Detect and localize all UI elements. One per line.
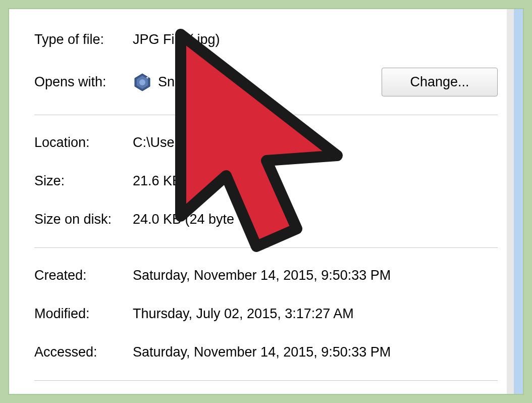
created-row: Created: Saturday, November 14, 2015, 9:… (34, 265, 498, 285)
location-value: C:\Users\Us (133, 135, 498, 150)
divider (34, 115, 498, 115)
modified-value: Thursday, July 02, 2015, 3:17:27 AM (133, 306, 498, 322)
divider (34, 380, 498, 381)
svg-point-2 (139, 79, 145, 85)
size-row: Size: 21.6 KB (22 (34, 171, 498, 191)
type-of-file-label: Type of file: (34, 32, 133, 47)
location-row: Location: C:\Users\Us (34, 132, 498, 153)
accessed-label: Accessed: (34, 344, 133, 360)
divider (34, 247, 498, 248)
window-edge-gray (507, 9, 514, 394)
opens-with-label: Opens with: (34, 74, 133, 90)
change-button[interactable]: Change... (382, 68, 498, 96)
modified-row: Modified: Thursday, July 02, 2015, 3:17:… (34, 304, 498, 324)
location-label: Location: (34, 135, 133, 150)
modified-label: Modified: (34, 306, 133, 322)
type-of-file-row: Type of file: JPG File (.jpg) (34, 29, 498, 49)
properties-dialog: Type of file: JPG File (.jpg) Opens with… (8, 8, 524, 395)
size-on-disk-value: 24.0 KB (24 byte (133, 212, 498, 227)
window-edge-blue (514, 9, 523, 394)
created-value: Saturday, November 14, 2015, 9:50:33 PM (133, 268, 498, 283)
snagit-icon (133, 73, 152, 92)
size-on-disk-label: Size on disk: (34, 212, 133, 227)
size-on-disk-row: Size on disk: 24.0 KB (24 byte (34, 209, 498, 229)
accessed-row: Accessed: Saturday, November 14, 2015, 9… (34, 342, 498, 362)
created-label: Created: (34, 268, 133, 283)
opens-with-row: Opens with: Snagit Change... (34, 68, 498, 96)
properties-content: Type of file: JPG File (.jpg) Opens with… (9, 9, 523, 381)
size-label: Size: (34, 173, 133, 189)
size-value: 21.6 KB (22 (133, 173, 498, 189)
type-of-file-value: JPG File (.jpg) (133, 32, 498, 47)
opens-with-app-name: Snagit (158, 74, 197, 90)
accessed-value: Saturday, November 14, 2015, 9:50:33 PM (133, 344, 498, 360)
